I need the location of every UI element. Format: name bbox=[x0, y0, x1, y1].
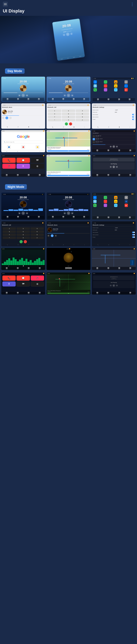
night-nav-go-btn[interactable]: GO bbox=[48, 293, 90, 294]
night-key-2[interactable]: 2 bbox=[16, 227, 30, 230]
app-browser-n[interactable]: 🌐 bbox=[114, 204, 118, 207]
music-list-item-2[interactable]: 华乐_坐忘_过.mp3 8:32 m p3 bbox=[93, 138, 135, 141]
night-cp-maps[interactable]: 🗺 bbox=[16, 282, 30, 286]
cp-maps[interactable]: 🗺 bbox=[31, 158, 44, 163]
app-telegram-n[interactable]: ✈ bbox=[93, 196, 96, 199]
night-mode-label: Night Mode bbox=[5, 184, 27, 190]
key-1[interactable]: 1 bbox=[48, 110, 61, 112]
next-btn2[interactable]: ⏭ bbox=[71, 94, 74, 97]
night-key-8[interactable]: 8 bbox=[16, 234, 30, 236]
key-8[interactable]: 8 bbox=[62, 116, 75, 118]
app-maps[interactable]: 📍 bbox=[104, 84, 107, 88]
call-btn[interactable]: 📞 bbox=[65, 122, 68, 126]
go-button[interactable]: GO bbox=[48, 150, 90, 152]
app-youtube[interactable]: ▶ bbox=[124, 88, 128, 92]
screen-not-playing-night: 18:53📶 10/10 ETA 9.0 mi Start onTonopah … bbox=[92, 272, 136, 295]
shortcut-3[interactable]: 🟡 bbox=[36, 145, 40, 149]
app-settings-n[interactable]: ⚙ bbox=[124, 196, 128, 199]
app-photos[interactable]: 📷 bbox=[114, 80, 118, 84]
night-key-star[interactable]: * bbox=[3, 236, 16, 239]
key-7[interactable]: 7 bbox=[48, 116, 61, 118]
key-9[interactable]: 9 bbox=[76, 116, 89, 118]
key-6[interactable]: 6 bbox=[76, 112, 89, 115]
night-cp-music[interactable]: 🎵 bbox=[31, 276, 44, 280]
cp-phone[interactable]: 📞 bbox=[2, 158, 16, 163]
key-3[interactable]: 3 bbox=[76, 110, 89, 112]
key-4[interactable]: 4 bbox=[48, 112, 61, 115]
night-key-5[interactable]: 5 bbox=[16, 230, 30, 233]
music-list-item-3[interactable]: 华乐_双天_坐.mp3 4:21 m p3 bbox=[93, 141, 135, 144]
app-photos-n[interactable]: 📷 bbox=[114, 196, 118, 199]
screen-bt-settings-night: 17:46📶 Bluetooth_Settings Device name Ca… bbox=[92, 221, 136, 246]
key-0[interactable]: 0 bbox=[62, 119, 75, 121]
more-button[interactable]: ⋮ bbox=[130, 2, 134, 6]
app-phone[interactable]: 📞 bbox=[94, 88, 97, 92]
app-phone-n[interactable]: 📞 bbox=[93, 204, 96, 207]
app-settings[interactable]: ⚙ bbox=[124, 80, 128, 84]
key-5[interactable]: 5 bbox=[62, 112, 75, 115]
app-maps-n[interactable]: 📍 bbox=[104, 200, 107, 203]
app-music[interactable]: 🎵 bbox=[104, 80, 107, 84]
prev-btn[interactable]: ⏮ bbox=[18, 94, 21, 97]
screen-apps-night: 17:45📶 🔋 ✈ 🎵 📷 ⚙ 💬 📍 🚗 🔵 📞 🛒 🌐 ▶ EMAIL T… bbox=[92, 192, 136, 220]
app-telegram[interactable]: ✈ bbox=[94, 80, 97, 84]
key-2[interactable]: 2 bbox=[62, 110, 75, 112]
app-music-n[interactable]: 🎵 bbox=[104, 196, 107, 199]
cp-music[interactable]: 🎵 bbox=[2, 164, 16, 169]
play-pause-btn2[interactable]: ⏸ bbox=[67, 94, 70, 97]
screen-bt-music-day: 17:46📶 Bluetooth_Music Music Title Music… bbox=[1, 103, 45, 129]
screen-nav-card-day: 18:53📶 Sunny Coffee Modern Restaurant 4 … bbox=[46, 154, 90, 177]
screen-bt-call-day: 17:46📶 Bluetooth_Call 1 2 3 4 5 6 7 8 9 … bbox=[46, 103, 90, 129]
night-mode-row2: 18:53📶 📞 💬 🎵 🎙 🗺 ⚙ EMAIL TEL APTS AUTO 1… bbox=[0, 272, 137, 297]
screen-wave-night: 19:54📶 bbox=[1, 248, 45, 270]
night-call-btn[interactable]: 📞 bbox=[20, 240, 23, 243]
google-logo: Google bbox=[17, 134, 30, 139]
night-cp-podcasts[interactable]: 🎙 bbox=[2, 282, 16, 286]
screen-not-playing-day: 18:53📶 10/10 ETA 9.0 mi Start on Tonopah… bbox=[92, 154, 136, 177]
music-list-item-1[interactable]: 华乐_地狱.mp3 6:48 m p3 bbox=[93, 135, 135, 138]
end-call-btn[interactable]: 📞 bbox=[69, 122, 72, 126]
night-cp-messages[interactable]: 💬 bbox=[16, 276, 30, 280]
night-cp-phone[interactable]: 📞 bbox=[2, 276, 16, 280]
app-store[interactable]: 🛒 bbox=[104, 88, 107, 92]
app-bt-n[interactable]: 🔵 bbox=[124, 200, 128, 203]
app-wechat-n[interactable]: 💬 bbox=[93, 200, 96, 203]
screen-apps-day: 17:45📶 🔋 ✈ 🎵 📷 ⚙ 💬 📍 🚗 🔵 📞 🛒 🌐 ▶ EMAIL T… bbox=[92, 76, 136, 102]
key-star[interactable]: * bbox=[48, 119, 61, 121]
night-key-0[interactable]: 0 bbox=[16, 236, 30, 239]
shortcut-1[interactable]: 🔵 bbox=[7, 145, 11, 149]
header-left bbox=[3, 2, 8, 7]
app-carcar[interactable]: 🚗 bbox=[114, 84, 118, 88]
app-browser[interactable]: 🌐 bbox=[114, 88, 118, 92]
app-wechat[interactable]: 💬 bbox=[94, 84, 97, 88]
cp-settings[interactable]: ⚙ bbox=[31, 164, 44, 169]
night-end-btn[interactable]: 📞 bbox=[24, 240, 27, 243]
screen-music-day2: 17:45⚡ 20:08 A soothing piece of music ⏮… bbox=[46, 76, 90, 102]
night-key-4[interactable]: 4 bbox=[3, 230, 16, 233]
key-hash[interactable]: # bbox=[76, 119, 89, 121]
nav-go-btn[interactable]: GO bbox=[48, 175, 90, 176]
shortcut-2[interactable]: 🔴 bbox=[21, 145, 25, 149]
page-title: UI Display bbox=[0, 8, 137, 16]
night-key-6[interactable]: 6 bbox=[30, 230, 44, 233]
play-pause-btn[interactable]: ⏸ bbox=[22, 94, 25, 97]
screen-map-day: 17:47📶 Sunny Coffee Modern Restaurant 4 … bbox=[46, 130, 90, 152]
night-key-hash[interactable]: # bbox=[30, 236, 44, 239]
app-youtube-n[interactable]: ▶ bbox=[124, 204, 128, 207]
app-carcar-n[interactable]: 🚗 bbox=[114, 200, 118, 203]
night-mode-row1: 17:45⚡ 20:08 A soothing piece of music ⏮… bbox=[0, 192, 137, 272]
menu-button[interactable] bbox=[3, 2, 8, 7]
app-bt[interactable]: 🔵 bbox=[124, 84, 128, 88]
night-key-3[interactable]: 3 bbox=[30, 227, 44, 230]
prev-btn2[interactable]: ⏮ bbox=[64, 94, 66, 97]
night-key-9[interactable]: 9 bbox=[30, 234, 44, 236]
cp-messages[interactable]: 💬 bbox=[16, 158, 30, 163]
google-search-bar[interactable]: 🔍 Search or type URL bbox=[2, 141, 44, 144]
night-key-7[interactable]: 7 bbox=[3, 234, 16, 236]
night-cp-settings[interactable]: ⚙ bbox=[31, 282, 44, 286]
app-store-n[interactable]: 🛒 bbox=[104, 204, 107, 207]
next-btn[interactable]: ⏭ bbox=[26, 94, 28, 97]
night-key-1[interactable]: 1 bbox=[3, 227, 16, 230]
screen-nav-card-night: 18:53📶 Sunny Coffee Modern Restaurant 18… bbox=[46, 272, 90, 295]
cp-podcasts[interactable]: 🎙 bbox=[16, 164, 30, 169]
